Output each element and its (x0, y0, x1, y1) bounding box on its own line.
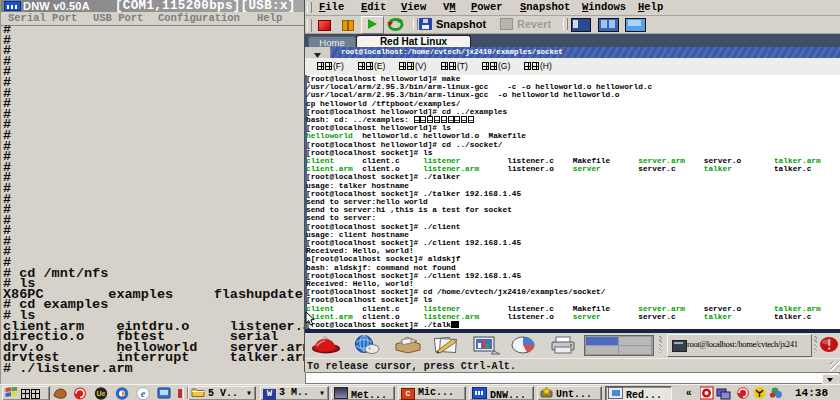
svg-text:e: e (141, 388, 146, 399)
svg-text:Ue: Ue (97, 390, 106, 397)
